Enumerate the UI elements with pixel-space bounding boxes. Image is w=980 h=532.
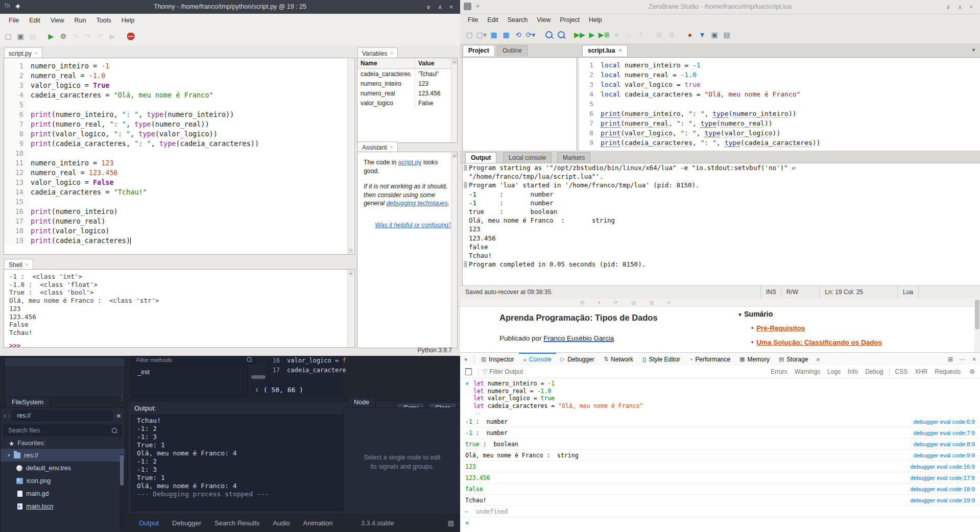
source-link[interactable]: debugger eval code:9:9	[914, 452, 975, 458]
devtools-tab-style-editor[interactable]: {}Style Editor	[638, 353, 685, 366]
nav-forward-icon[interactable]: ›	[8, 412, 11, 420]
variables-scrollbar[interactable]: ▴	[451, 59, 457, 142]
source-link[interactable]: debugger eval code:7:9	[914, 430, 975, 436]
thonny-menu-run[interactable]: Run	[70, 15, 91, 26]
sync-right-icon[interactable]: ⟳▾	[524, 30, 537, 40]
run-to-line-icon[interactable]: ▶≣	[598, 30, 610, 40]
chevron-left-icon[interactable]: ‹	[250, 384, 264, 395]
devtools-tab-debugger[interactable]: ▷Debugger	[556, 353, 599, 366]
console-settings-icon[interactable]: ⚙	[964, 368, 980, 375]
filter-requests[interactable]: Requests	[931, 368, 965, 375]
close-icon[interactable]: ×	[968, 356, 980, 363]
debugging-techniques-link[interactable]: debugging techniques	[386, 200, 447, 207]
nav-back-icon[interactable]: ‹	[4, 412, 6, 420]
new-file-icon[interactable]: ▢	[463, 30, 475, 40]
toc-header[interactable]: ▼ Sumário	[737, 310, 773, 318]
filter-errors[interactable]: Errors	[767, 368, 791, 375]
open-file-icon[interactable]: ▣	[14, 31, 27, 41]
source-link[interactable]: debugger eval code:6:9	[914, 419, 975, 425]
member-list[interactable]: _init	[131, 365, 248, 397]
stack-window-icon[interactable]: ▣	[708, 30, 721, 40]
close-icon[interactable]: ×	[390, 144, 393, 150]
step-out-icon[interactable]: ↶	[94, 31, 106, 41]
bottom-tab-output[interactable]: Output	[139, 519, 159, 527]
breakpoint-icon[interactable]: ●	[684, 30, 696, 40]
tab-script-lua[interactable]: script.lua ×	[582, 45, 628, 56]
filter-methods-input[interactable]: Filter methods	[131, 356, 256, 364]
save-icon[interactable]: ▦	[488, 30, 500, 40]
project-panel[interactable]	[462, 57, 577, 152]
member-item[interactable]: _init	[131, 366, 248, 376]
fs-tree-item-default-env-tres[interactable]: default_env.tres	[1, 462, 125, 474]
tab-variables[interactable]: Variables×	[357, 47, 398, 59]
script-editor-strip[interactable]: 16valor_logico = f17cadeia_caractere	[266, 356, 343, 382]
variable-row[interactable]: valor_logicoFalse	[357, 98, 457, 108]
new-file-icon[interactable]: ▢	[2, 31, 14, 41]
stack-up-icon[interactable]: ≣	[653, 30, 665, 40]
assistant-scrollbar[interactable]: ▴	[451, 153, 457, 347]
collapse-icon[interactable]: ▼	[737, 312, 743, 318]
tab-outline[interactable]: Outline	[497, 45, 528, 56]
find-replace-icon[interactable]	[555, 30, 567, 40]
filter-output-input[interactable]: Filter Output	[489, 368, 523, 375]
fs-tree-item-icon-png[interactable]: icon.png	[1, 474, 125, 487]
bottom-tab-animation[interactable]: Animation	[303, 519, 333, 527]
stop-icon[interactable]: ■	[610, 30, 623, 40]
filter-logs[interactable]: Logs	[824, 368, 844, 375]
console-output[interactable]: »let numero_inteiro = -1let numero_real …	[460, 378, 980, 532]
stop-icon[interactable]: STOP	[125, 31, 137, 41]
zerobrane-menu-file[interactable]: File	[463, 15, 483, 25]
page-scrollbar[interactable]	[974, 299, 980, 352]
source-link[interactable]: debugger eval code:16:9	[910, 464, 975, 470]
run-icon[interactable]: ▶	[586, 30, 598, 40]
fs-tree-item-main-tscn[interactable]: main.tscn	[1, 500, 125, 513]
tab-project[interactable]: Project	[463, 45, 495, 56]
source-link[interactable]: debugger eval code:18:9	[910, 486, 975, 492]
author-link[interactable]: Franco Eusébio Garcia	[543, 334, 614, 342]
variable-row[interactable]: numero_real123.456	[357, 88, 457, 98]
filter-css[interactable]: CSS	[892, 368, 912, 375]
close-icon[interactable]: ×	[26, 262, 29, 268]
zerobrane-window-controls[interactable]: ∨ ∧ ×	[946, 0, 973, 14]
clear-console-icon[interactable]	[465, 368, 472, 375]
stack-down-icon[interactable]: ≣	[665, 30, 678, 40]
devtools-tab-memory[interactable]: ▦Memory	[735, 353, 774, 366]
source-link[interactable]: debugger eval code:19:9	[910, 497, 975, 503]
more-tabs-icon[interactable]: »	[812, 356, 823, 363]
tab-list-icon[interactable]: ▼	[971, 47, 976, 53]
filter-info[interactable]: Info	[844, 368, 862, 375]
collapsed-indicator[interactable]: …	[460, 409, 980, 416]
hscrollbar-thumb[interactable]	[251, 375, 266, 379]
save-icon[interactable]: ▤	[27, 31, 39, 41]
responsive-mode-icon[interactable]: ⊞	[945, 356, 956, 363]
shell-scrollbar[interactable]: ▴	[347, 270, 354, 347]
console-input[interactable]: »	[460, 517, 980, 528]
zerobrane-menu-help[interactable]: Help	[584, 15, 607, 25]
filter-debug[interactable]: Debug	[862, 368, 887, 375]
filter-warnings[interactable]: Warnings	[791, 368, 824, 375]
thonny-editor[interactable]: 1numero_inteiro = -12numero_real = -1.03…	[4, 58, 355, 255]
zerobrane-menu-search[interactable]: Search	[503, 15, 533, 25]
watch-window-icon[interactable]: ▤	[721, 30, 733, 40]
debug-icon[interactable]: ⚙	[57, 31, 69, 41]
devtools-tab-performance[interactable]: ◔Performance	[685, 353, 735, 366]
variable-row[interactable]: cadeia_caracteres'Tchau!'	[357, 69, 457, 79]
close-icon[interactable]: ×	[35, 51, 38, 56]
sync-left-icon[interactable]: ⟲	[512, 30, 524, 40]
zerobrane-editor[interactable]: 1local numero_inteiro = -12local numero_…	[579, 57, 980, 151]
meatball-menu-icon[interactable]: ⋯	[956, 356, 968, 363]
open-file-icon[interactable]: ▢▾	[475, 30, 488, 40]
zerobrane-output[interactable]: Program starting as '"/opt/zbstudio/bin/…	[462, 163, 980, 286]
devtools-tab-storage[interactable]: ▤Storage	[774, 353, 812, 366]
script-py-link[interactable]: script.py	[398, 159, 422, 166]
fs-tree-item-res-[interactable]: ▾res://	[1, 449, 125, 462]
zerobrane-menu-project[interactable]: Project	[555, 15, 584, 25]
thonny-menu-file[interactable]: File	[4, 15, 23, 26]
node-picker-icon[interactable]: ⌖	[460, 356, 472, 363]
pause-icon[interactable]: ‖	[635, 30, 647, 40]
bookmark-icon[interactable]: ▼	[696, 30, 708, 40]
zerobrane-menu-edit[interactable]: Edit	[483, 15, 503, 25]
panel-menu-icon[interactable]: ⋮	[119, 395, 125, 402]
tab-output[interactable]: Output	[465, 152, 496, 163]
find-icon[interactable]	[543, 30, 555, 40]
